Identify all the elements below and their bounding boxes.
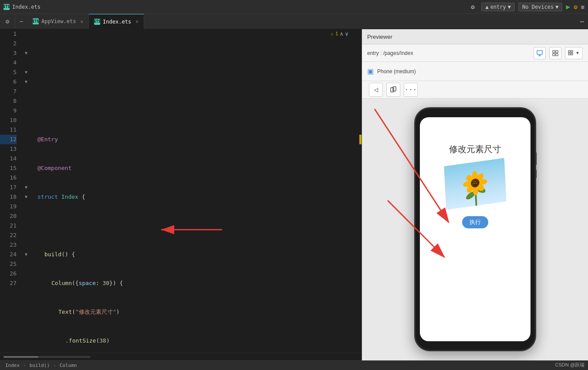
warning-icon: ⚠: [331, 29, 334, 39]
breadcrumb-build: build(): [30, 363, 50, 368]
previewer-nav-bar: ◁ ···: [362, 81, 588, 98]
entry-button[interactable]: ▲ entry ▼: [481, 3, 515, 11]
run-button[interactable]: ▶: [566, 3, 570, 11]
phone-execute-button[interactable]: 执行: [462, 216, 488, 228]
entry-label: entry: [490, 4, 506, 10]
code-line-5: build() {: [37, 250, 355, 259]
phone-notch: [462, 112, 488, 115]
tab-appview[interactable]: ETS AppView.ets ✕: [27, 14, 89, 29]
nav-rotate-button[interactable]: [386, 83, 400, 97]
minimize-icon[interactable]: −: [15, 14, 27, 29]
code-area[interactable]: 1 2 3 4 5 6 7 8 9 10 11 12 13 14 15 16 1…: [0, 29, 362, 353]
svg-rect-5: [553, 51, 555, 53]
main-content: 1 2 3 4 5 6 7 8 9 10 11 12 13 14 15 16 1…: [0, 29, 588, 360]
scroll-up-icon[interactable]: ∧: [340, 29, 343, 39]
warning-indicator: ⚠ 1 ∧ ∨: [331, 29, 348, 39]
nav-rotate-icon: [389, 86, 397, 94]
svg-rect-7: [553, 54, 555, 56]
tab-index-label: Index.ets: [103, 19, 131, 25]
tab-appview-close-icon[interactable]: ✕: [80, 19, 83, 24]
yellow-marker: [359, 135, 362, 144]
phone-power-btn: [535, 170, 537, 178]
scrollbar-area: [0, 353, 362, 360]
title-file-icon: ETS: [3, 4, 10, 10]
watermark: CSDN @跃瑞: [555, 362, 585, 368]
code-line-3: struct Index {: [37, 192, 355, 202]
tab-index[interactable]: ETS Index.ets ✕: [89, 14, 144, 29]
tab-appview-label: AppView.ets: [41, 18, 76, 24]
svg-rect-11: [568, 53, 570, 55]
code-line-8: .fontSize(38): [37, 336, 355, 346]
breadcrumb-sep-2: ›: [53, 363, 56, 368]
tab-index-icon: ETS: [94, 19, 100, 25]
no-devices-chevron-icon: ▼: [555, 4, 558, 10]
previewer-icon-group: ▼: [534, 47, 583, 59]
debug-button[interactable]: ⚙: [574, 3, 577, 10]
line-numbers: 1 2 3 4 5 6 7 8 9 10 11 12 13 14 15 16 1…: [0, 29, 22, 353]
svg-rect-12: [571, 53, 573, 55]
title-filename: Index.ets: [12, 4, 41, 10]
svg-rect-10: [571, 51, 573, 52]
status-bar: Index › build() › Column: [0, 360, 588, 370]
phone-screen: 修改元素尺寸: [420, 117, 531, 341]
previewer-title: Previewer: [367, 34, 392, 40]
svg-rect-6: [556, 51, 558, 53]
rotate-icon: [536, 50, 543, 57]
settings-icon[interactable]: ⚙: [0, 14, 15, 29]
code-line-7: Text("修改元素尺寸"): [37, 307, 355, 317]
previewer-device-bar: ▣ Phone (medium): [362, 62, 588, 81]
no-devices-label: No Devices: [522, 4, 554, 10]
grid-icon: [568, 50, 574, 56]
scrollbar-thumb[interactable]: [3, 356, 38, 358]
gear-button[interactable]: ⚙: [467, 2, 478, 12]
nav-more-button[interactable]: ···: [404, 83, 418, 97]
previewer-layers-icon-btn[interactable]: [549, 47, 561, 59]
title-bar-right: ⚙ ▲ entry ▼ No Devices ▼ ▶ ⚙ ≡: [467, 2, 585, 12]
warning-count: 1: [335, 29, 338, 39]
tab-index-close-icon[interactable]: ✕: [135, 19, 139, 24]
layers-icon: [552, 50, 559, 57]
breadcrumb-index: Index: [5, 363, 20, 368]
horizontal-scrollbar[interactable]: [3, 356, 91, 358]
no-devices-button[interactable]: No Devices ▼: [518, 3, 562, 11]
breadcrumb-sep-1: ›: [23, 363, 26, 368]
phone-image: [444, 158, 507, 210]
title-bar: ETS Index.ets ⚙ ▲ entry ▼ No Devices ▼ ▶…: [0, 0, 588, 14]
tab-bar: ⚙ − ETS AppView.ets ✕ ETS Index.ets ✕ ⋯: [0, 14, 588, 29]
nav-back-button[interactable]: ◁: [369, 83, 383, 97]
breadcrumb-column: Column: [60, 363, 77, 368]
previewer-rotate-icon-btn[interactable]: [534, 47, 546, 59]
tab-more-button[interactable]: ⋯: [576, 14, 588, 29]
phone-title: 修改元素尺寸: [449, 143, 501, 155]
previewer-panel: Previewer entry : /pages/Index: [362, 29, 588, 360]
svg-rect-2: [537, 51, 542, 54]
svg-rect-8: [556, 54, 558, 56]
code-line-4: [37, 221, 355, 231]
code-line-2: @Component: [37, 163, 355, 173]
entry-arrow-icon: ▲: [485, 4, 488, 10]
code-line-1: @Entry: [37, 135, 355, 144]
sunflower-svg: [457, 164, 493, 208]
tab-appview-icon: ETS: [33, 18, 39, 24]
fold-gutter: ▼ ▼ ▼ ▼ ▼ ▼: [22, 29, 30, 353]
svg-rect-9: [568, 51, 570, 52]
code-editor[interactable]: 1 2 3 4 5 6 7 8 9 10 11 12 13 14 15 16 1…: [0, 29, 362, 360]
device-icon: ▣: [367, 67, 374, 75]
phone-volume-btn: [535, 152, 537, 165]
menu-button[interactable]: ≡: [581, 3, 585, 10]
previewer-path-text: entry : /pages/Index: [367, 50, 530, 56]
previewer-grid-dropdown-btn[interactable]: ▼: [565, 47, 583, 59]
previewer-grid-chevron: ▼: [575, 51, 580, 55]
code-line-6: Column({space: 30}) {: [37, 278, 355, 288]
title-bar-left: ETS Index.ets: [3, 4, 41, 10]
scroll-down-icon[interactable]: ∨: [345, 29, 348, 39]
previewer-path-bar: entry : /pages/Index: [362, 44, 588, 62]
previewer-content: 修改元素尺寸: [362, 98, 588, 360]
previewer-header: Previewer: [362, 29, 588, 44]
phone-mockup: 修改元素尺寸: [414, 107, 536, 351]
entry-chevron-icon: ▼: [508, 4, 511, 10]
code-content[interactable]: ⚠ 1 ∧ ∨ @Entry @Compone: [30, 29, 362, 353]
device-label: Phone (medium): [377, 68, 416, 75]
